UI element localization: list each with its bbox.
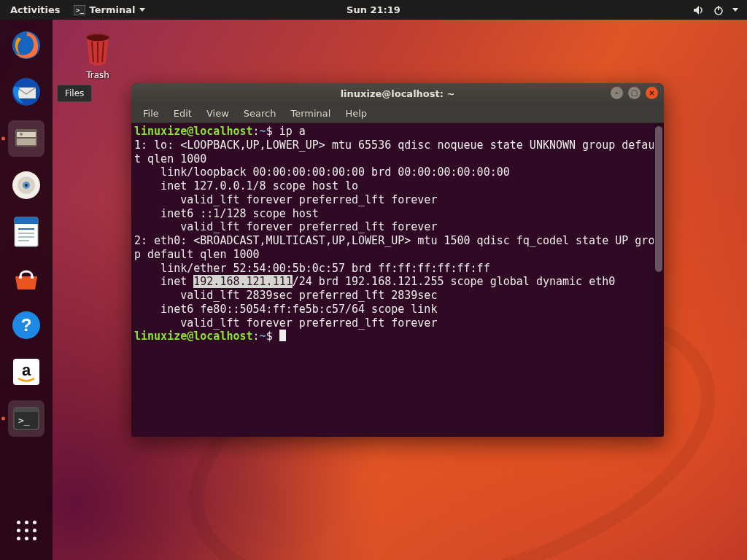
svg-marker-2 <box>694 6 699 15</box>
prompt-path: ~ <box>260 125 266 138</box>
svg-text:?: ? <box>21 315 32 335</box>
top-panel: Activities >_ Terminal Sun 21:19 <box>0 0 747 20</box>
menu-terminal[interactable]: Terminal <box>285 106 336 121</box>
output-line: inet <box>134 275 193 288</box>
svg-rect-28 <box>14 408 39 412</box>
desktop-icon-label: Trash <box>72 70 123 80</box>
output-line: inet 127.0.0.1/8 scope host lo <box>134 179 358 192</box>
dock-tooltip-files: Files <box>57 85 92 102</box>
terminal-viewport[interactable]: linuxize@localhost:~$ ip a 1: lo: <LOOPB… <box>131 123 664 437</box>
output-line: inet6 fe80::5054:ff:fe5b:c57/64 scope li… <box>134 303 437 316</box>
terminal-scrollbar[interactable] <box>654 123 664 437</box>
activities-button[interactable]: Activities <box>10 4 61 15</box>
command-line: ip a <box>279 125 306 138</box>
output-line: 2: eth0: <BROADCAST,MULTICAST,UP,LOWER_U… <box>134 234 661 247</box>
output-line: 1: lo: <LOOPBACK,UP,LOWER_UP> mtu 65536 … <box>134 139 661 152</box>
dock-item-firefox[interactable] <box>8 27 44 63</box>
menu-file[interactable]: File <box>137 106 165 121</box>
window-titlebar[interactable]: linuxize@localhost: ~ – ▢ × <box>131 83 664 104</box>
dock-item-writer[interactable] <box>8 214 44 250</box>
show-applications-button[interactable] <box>8 512 44 548</box>
terminal-cursor <box>279 330 286 341</box>
svg-point-31 <box>87 35 109 41</box>
output-line: inet6 ::1/128 scope host <box>134 207 319 220</box>
output-line: link/ether 52:54:00:5b:0c:57 brd ff:ff:f… <box>134 262 490 275</box>
svg-rect-21 <box>19 276 22 279</box>
prompt-path: ~ <box>260 330 266 343</box>
dock-item-thunderbird[interactable] <box>8 74 44 110</box>
menu-edit[interactable]: Edit <box>168 106 198 121</box>
chevron-down-icon <box>139 8 145 12</box>
power-icon[interactable] <box>713 5 724 15</box>
svg-rect-22 <box>31 276 34 279</box>
dock-item-help[interactable]: ? <box>8 307 44 343</box>
output-line: valid_lft forever preferred_lft forever <box>134 193 437 206</box>
clock[interactable]: Sun 21:19 <box>347 4 400 15</box>
dock-item-rhythmbox[interactable] <box>8 167 44 203</box>
scrollbar-thumb[interactable] <box>655 126 662 272</box>
app-menu-button[interactable]: >_ Terminal <box>74 4 146 15</box>
system-menu-chevron-icon[interactable] <box>732 8 738 12</box>
output-line: t qlen 1000 <box>134 152 206 166</box>
dock-item-terminal[interactable]: >_ <box>8 400 44 437</box>
terminal-icon: >_ <box>74 5 85 15</box>
svg-text:>_: >_ <box>76 7 84 14</box>
minimize-button[interactable]: – <box>611 87 623 99</box>
svg-rect-16 <box>15 217 38 224</box>
dock-item-amazon[interactable]: a <box>8 354 44 390</box>
highlighted-ip: 192.168.121.111 <box>193 275 292 288</box>
output-line: valid_lft forever preferred_lft forever <box>134 316 437 330</box>
window-title: linuxize@localhost: ~ <box>341 88 455 99</box>
menu-view[interactable]: View <box>201 106 235 121</box>
dock-item-files[interactable] <box>8 120 44 157</box>
trash-icon <box>80 30 115 68</box>
svg-text:a: a <box>22 361 31 379</box>
volume-icon[interactable] <box>693 5 705 15</box>
svg-point-14 <box>25 184 28 187</box>
app-menu-label: Terminal <box>90 4 136 15</box>
svg-text:>_: >_ <box>18 415 30 426</box>
close-button[interactable]: × <box>646 87 658 99</box>
maximize-button[interactable]: ▢ <box>628 87 640 99</box>
dock: ? a >_ <box>0 20 53 560</box>
window-menubar: File Edit View Search Terminal Help <box>131 104 664 123</box>
svg-rect-9 <box>17 139 36 145</box>
svg-rect-8 <box>17 132 36 137</box>
desktop-icon-trash[interactable]: Trash <box>72 30 123 80</box>
menu-help[interactable]: Help <box>339 106 373 121</box>
menu-search[interactable]: Search <box>238 106 282 121</box>
output-line: link/loopback 00:00:00:00:00:00 brd 00:0… <box>134 166 510 179</box>
output-line: p default qlen 1000 <box>134 248 260 261</box>
prompt-user: linuxize@localhost <box>134 330 253 343</box>
output-line: valid_lft forever preferred_lft forever <box>134 220 437 233</box>
terminal-window: linuxize@localhost: ~ – ▢ × File Edit Vi… <box>131 83 664 437</box>
output-line: /24 brd 192.168.121.255 scope global dyn… <box>293 275 616 288</box>
svg-point-10 <box>20 133 23 136</box>
prompt-user: linuxize@localhost <box>134 125 253 138</box>
dock-item-software[interactable] <box>8 260 44 297</box>
output-line: valid_lft 2839sec preferred_lft 2839sec <box>134 289 437 302</box>
